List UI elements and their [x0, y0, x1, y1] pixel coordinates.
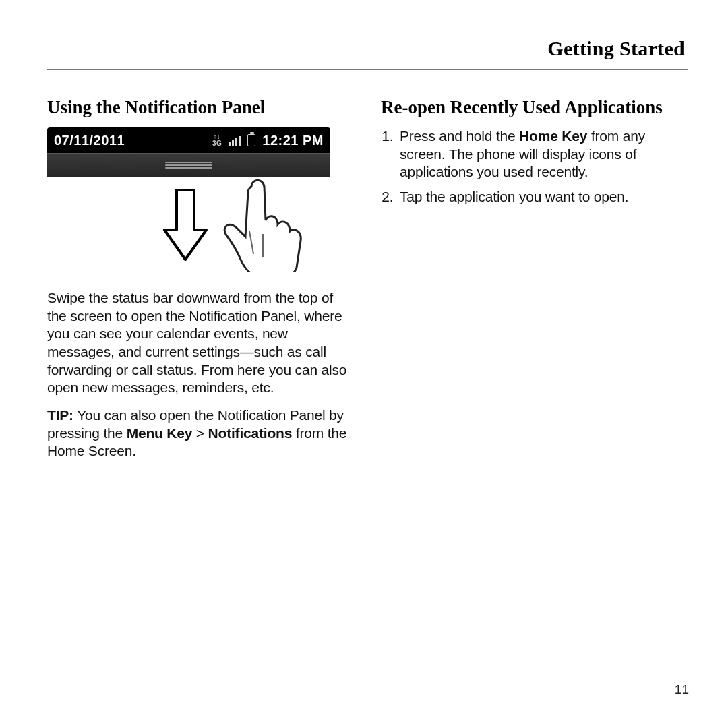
menu-key-label: Menu Key [127, 425, 193, 441]
chapter-title: Getting Started [47, 37, 688, 70]
status-bar: 07/11/2011 ↑↓ 3G 12:21 PM [47, 127, 330, 153]
signal-icon [229, 135, 241, 146]
step-1: Press and hold the Home Key from any scr… [397, 127, 688, 181]
left-column: Using the Notification Panel 07/11/2011 … [47, 97, 354, 470]
status-time: 12:21 PM [262, 133, 324, 148]
step-2: Tap the application you want to open. [397, 188, 688, 206]
network-3g-icon: ↑↓ 3G [212, 133, 222, 147]
notification-description: Swipe the status bar downward from the t… [47, 289, 354, 397]
section-heading-notification: Using the Notification Panel [47, 97, 354, 118]
swipe-down-arrow-icon [162, 189, 209, 264]
notifications-label: Notifications [208, 425, 293, 441]
pointing-hand-icon [214, 173, 315, 272]
grip-icon [165, 160, 212, 170]
tip-label: TIP: [47, 407, 73, 423]
battery-icon [247, 134, 255, 146]
section-heading-reopen: Re-open Recently Used Applications [381, 97, 688, 118]
status-date: 07/11/2011 [54, 133, 125, 148]
steps-list: Press and hold the Home Key from any scr… [381, 127, 688, 206]
right-column: Re-open Recently Used Applications Press… [381, 97, 688, 470]
home-key-label: Home Key [519, 128, 587, 144]
phone-screenshot: 07/11/2011 ↑↓ 3G 12:21 PM [47, 127, 330, 272]
tip-paragraph: TIP: You can also open the Notification … [47, 406, 354, 460]
page-number: 11 [675, 682, 689, 697]
